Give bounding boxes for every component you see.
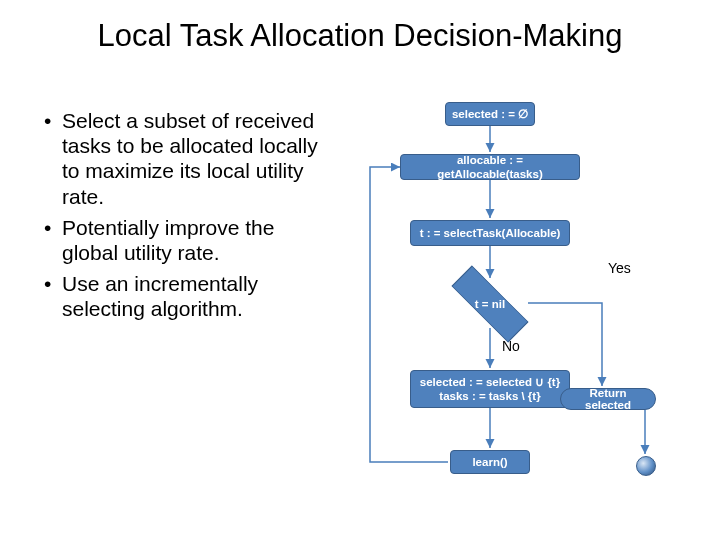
connector-sphere (636, 456, 656, 476)
bullet-list: Select a subset of received tasks to be … (40, 108, 330, 328)
bullet-2: Potentially improve the global utility r… (62, 215, 330, 265)
label-yes: Yes (608, 260, 631, 276)
decision-t-nil: t = nil (450, 280, 530, 328)
node-selected-init: selected : = ∅ (445, 102, 535, 126)
node-update-line2: tasks : = tasks \ {t} (439, 389, 540, 403)
terminal-return: Return selected (560, 388, 656, 410)
label-no: No (502, 338, 520, 354)
bullet-1: Select a subset of received tasks to be … (62, 108, 330, 209)
bullet-3: Use an incrementally selecting algorithm… (62, 271, 330, 321)
slide-title: Local Task Allocation Decision-Making (0, 18, 720, 54)
node-update-line1: selected : = selected ∪ {t} (420, 375, 560, 389)
flowchart: selected : = ∅ allocable : = getAllocabl… (350, 100, 710, 520)
node-get-allocable: allocable : = getAllocable(tasks) (400, 154, 580, 180)
node-learn: learn() (450, 450, 530, 474)
node-update-sets: selected : = selected ∪ {t} tasks : = ta… (410, 370, 570, 408)
decision-label: t = nil (450, 280, 530, 328)
node-select-task: t : = selectTask(Allocable) (410, 220, 570, 246)
